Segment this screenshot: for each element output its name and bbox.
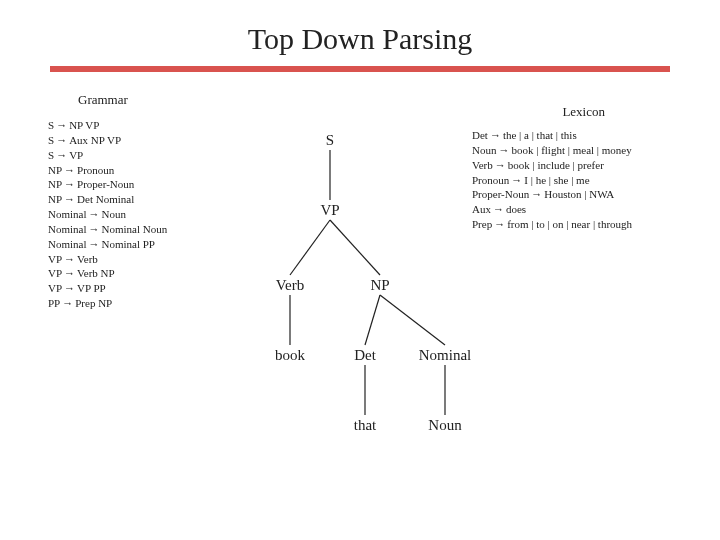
arrow-icon: → [87,237,102,252]
tree-node-det: Det [354,347,376,364]
lexicon-label: Lexicon [562,104,605,120]
rule-rhs: Pronoun [77,164,114,176]
grammar-label: Grammar [78,92,128,108]
title-underline [50,66,670,72]
tree-node-nominal: Nominal [419,347,472,364]
rule-rhs: Proper-Noun [77,178,134,190]
rule-rhs: Verb [77,253,98,265]
tree-edge [380,295,445,345]
grammar-rule: NP→Pronoun [48,163,167,178]
tree-edge [290,220,330,275]
grammar-rule: VP→VP PP [48,281,167,296]
grammar-rule: Nominal→Nominal PP [48,237,167,252]
rule-rhs: Det Nominal [77,193,134,205]
rule-rhs: Aux NP VP [69,134,121,146]
rule-rhs: Noun [102,208,126,220]
grammar-rule: NP→Det Nominal [48,192,167,207]
rule-lhs: PP [48,297,60,309]
rule-lhs: Nominal [48,208,87,220]
arrow-icon: → [54,118,69,133]
grammar-rule: PP→Prep NP [48,296,167,311]
rule-rhs: Nominal Noun [102,223,168,235]
rule-lhs: VP [48,282,62,294]
tree-edge [330,220,380,275]
rule-lhs: Nominal [48,238,87,250]
arrow-icon: → [62,192,77,207]
grammar-rule: S→Aux NP VP [48,133,167,148]
rule-lhs: NP [48,164,62,176]
rule-rhs: VP PP [77,282,106,294]
grammar-rule: VP→Verb NP [48,266,167,281]
grammar-rule: VP→Verb [48,252,167,267]
arrow-icon: → [62,266,77,281]
rule-lhs: NP [48,193,62,205]
rule-rhs: Verb NP [77,267,115,279]
arrow-icon: → [62,252,77,267]
arrow-icon: → [60,296,75,311]
rule-rhs: Nominal PP [102,238,155,250]
page-title: Top Down Parsing [0,22,720,56]
arrow-icon: → [87,222,102,237]
tree-node-s: S [326,132,334,149]
tree-node-that: that [354,417,377,434]
arrow-icon: → [54,133,69,148]
grammar-rule: S→VP [48,148,167,163]
parse-tree-edges [250,120,550,500]
rule-lhs: NP [48,178,62,190]
arrow-icon: → [62,163,77,178]
grammar-rules: S→NP VPS→Aux NP VPS→VPNP→PronounNP→Prope… [48,118,167,311]
tree-node-noun: Noun [428,417,461,434]
rule-rhs: VP [69,149,83,161]
rule-lhs: VP [48,253,62,265]
tree-node-vp: VP [320,202,339,219]
arrow-icon: → [62,177,77,192]
grammar-rule: NP→Proper-Noun [48,177,167,192]
rule-lhs: VP [48,267,62,279]
rule-lhs: Nominal [48,223,87,235]
rule-rhs: Houston | NWA [544,188,614,200]
rule-rhs: Prep NP [75,297,112,309]
tree-node-np: NP [370,277,389,294]
grammar-rule: Nominal→Nominal Noun [48,222,167,237]
tree-node-book: book [275,347,305,364]
arrow-icon: → [62,281,77,296]
tree-edge [365,295,380,345]
arrow-icon: → [87,207,102,222]
grammar-rule: Nominal→Noun [48,207,167,222]
parse-tree: SVPVerbNPbookDetNominalthatNoun [250,120,550,500]
arrow-icon: → [54,148,69,163]
tree-node-verb: Verb [276,277,304,294]
grammar-rule: S→NP VP [48,118,167,133]
rule-rhs: NP VP [69,119,99,131]
